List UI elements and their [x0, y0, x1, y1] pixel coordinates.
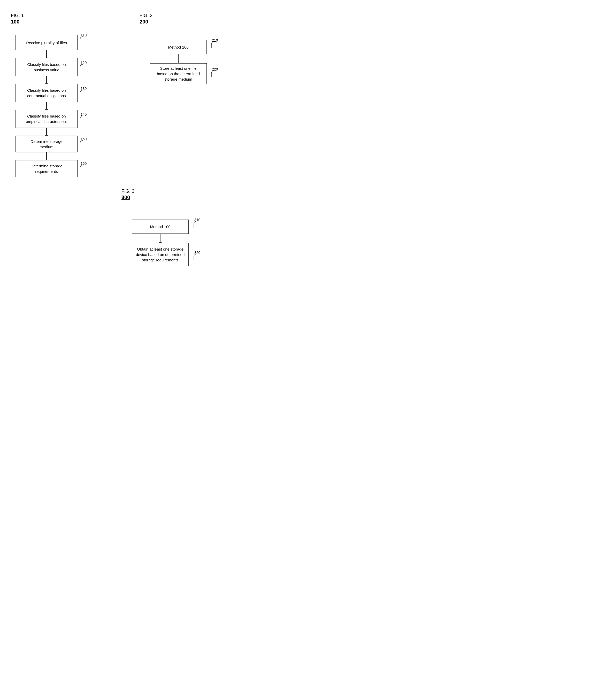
ref-line-150	[80, 141, 83, 147]
arrow-310-320	[160, 234, 160, 243]
box-160: Determine storage requirements	[15, 160, 78, 177]
box220-text: Store at least one file based on the det…	[157, 66, 200, 82]
ref-line-110	[80, 37, 83, 43]
box120-text: Classify files based on business value	[27, 62, 66, 72]
arrow-120-130	[46, 76, 47, 84]
arrow-130-140	[46, 102, 47, 110]
arrow-150-160	[46, 153, 47, 160]
fig3-number: 300	[121, 195, 134, 200]
ref-line-210	[211, 42, 214, 48]
box-130: Classify files based on contractual obli…	[15, 84, 78, 102]
fig1-label-group: FIG. 1 100	[11, 13, 24, 25]
fig1-number: 100	[11, 19, 24, 25]
arrow-140-150	[46, 128, 47, 136]
ref-line-220	[211, 71, 214, 77]
fig1-label: FIG. 1	[11, 13, 24, 18]
fig2-label-group: FIG. 2 200	[140, 13, 153, 25]
box130-text: Classify files based on contractual obli…	[27, 88, 66, 98]
box-140: Classify files based on empirical charac…	[15, 110, 78, 128]
box-150: Determine storage medium	[15, 136, 78, 153]
ref-line-140	[80, 116, 83, 122]
box-320: Obtain at least one storage device based…	[132, 243, 189, 266]
ref-line-310	[193, 221, 197, 227]
fig2-number: 200	[140, 19, 153, 25]
fig3-label: FIG. 3	[121, 188, 134, 194]
page: FIG. 1 100 Receive plurality of files 11…	[0, 0, 258, 294]
ref-line-320	[193, 254, 197, 260]
ref-line-130	[80, 90, 83, 96]
box140-text: Classify files based on empirical charac…	[26, 114, 67, 124]
fig3-label-group: FIG. 3 300	[121, 188, 134, 200]
box320-text: Obtain at least one storage device based…	[136, 247, 184, 263]
box-110: Receive plurality of files	[15, 35, 78, 50]
ref-line-160	[80, 165, 83, 171]
box-220: Store at least one file based on the det…	[150, 63, 207, 84]
box160-text: Determine storage requirements	[30, 163, 62, 174]
fig2-label: FIG. 2	[140, 13, 153, 18]
box150-text: Determine storage medium	[30, 139, 62, 149]
ref-line-120	[80, 64, 83, 70]
box-210: Method 100	[150, 40, 207, 54]
box-310: Method 100	[132, 220, 189, 234]
arrow-210-220	[178, 54, 179, 63]
box-120: Classify files based on business value	[15, 58, 78, 76]
arrow-110-120	[46, 50, 47, 58]
